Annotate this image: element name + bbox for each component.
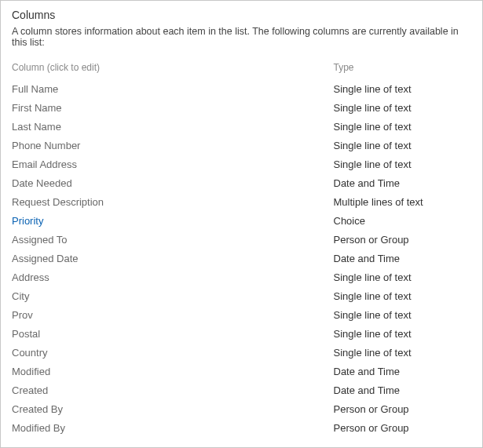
column-type-cell: Single line of text <box>334 79 472 98</box>
table-row: First NameSingle line of text <box>12 98 471 117</box>
column-type-cell: Single line of text <box>334 117 472 136</box>
column-type-cell: Date and Time <box>334 249 472 268</box>
column-link[interactable]: Assigned Date <box>12 253 79 264</box>
columns-table: Column (click to edit) Type Full NameSin… <box>12 60 471 437</box>
column-link[interactable]: Modified By <box>12 422 65 434</box>
column-link[interactable]: Created By <box>12 403 63 415</box>
column-name-cell: Email Address <box>12 155 334 173</box>
column-name-cell: Created By <box>12 399 334 418</box>
column-link[interactable]: Priority <box>12 215 43 227</box>
table-row: Date NeededDate and Time <box>12 173 471 192</box>
column-name-cell: Phone Number <box>12 136 334 155</box>
column-link[interactable]: Assigned To <box>12 234 68 246</box>
table-row: ModifiedDate and Time <box>12 362 471 381</box>
column-type-cell: Single line of text <box>334 268 472 286</box>
column-name-cell: Full Name <box>12 79 334 98</box>
column-type-cell: Choice <box>334 211 472 230</box>
column-link[interactable]: Modified <box>12 366 50 377</box>
column-link[interactable]: Last Name <box>12 121 61 133</box>
column-link[interactable]: Country <box>12 347 48 359</box>
column-link[interactable]: City <box>12 290 29 302</box>
column-type-cell: Single line of text <box>334 305 472 324</box>
column-type-cell: Person or Group <box>334 399 472 418</box>
column-type-cell: Single line of text <box>334 343 472 362</box>
column-name-cell: Country <box>12 343 334 362</box>
table-row: CitySingle line of text <box>12 286 471 305</box>
column-type-cell: Person or Group <box>334 230 472 249</box>
header-type: Type <box>334 60 472 79</box>
column-link[interactable]: Date Needed <box>12 177 72 189</box>
column-name-cell: Address <box>12 268 334 286</box>
column-name-cell: Assigned Date <box>12 249 334 268</box>
column-type-cell: Date and Time <box>334 381 472 399</box>
column-type-cell: Person or Group <box>334 418 472 437</box>
section-title: Columns <box>12 9 471 21</box>
column-type-cell: Single line of text <box>334 324 472 343</box>
column-link[interactable]: Full Name <box>12 83 58 95</box>
column-name-cell: Request Description <box>12 192 334 211</box>
column-link[interactable]: Created <box>12 384 48 396</box>
table-row: Modified ByPerson or Group <box>12 418 471 437</box>
column-name-cell: Prov <box>12 305 334 324</box>
table-row: Created ByPerson or Group <box>12 399 471 418</box>
column-name-cell: Last Name <box>12 117 334 136</box>
column-name-cell: Date Needed <box>12 173 334 192</box>
table-row: PostalSingle line of text <box>12 324 471 343</box>
column-name-cell: Modified <box>12 362 334 381</box>
table-row: Full NameSingle line of text <box>12 79 471 98</box>
column-type-cell: Date and Time <box>334 362 472 381</box>
table-row: CreatedDate and Time <box>12 381 471 399</box>
header-column: Column (click to edit) <box>12 60 334 79</box>
column-link[interactable]: First Name <box>12 102 62 114</box>
column-type-cell: Single line of text <box>334 155 472 173</box>
column-link[interactable]: Prov <box>12 309 33 321</box>
table-row: Email AddressSingle line of text <box>12 155 471 173</box>
column-name-cell: City <box>12 286 334 305</box>
column-link[interactable]: Email Address <box>12 158 77 170</box>
column-type-cell: Date and Time <box>334 173 472 192</box>
column-name-cell: Priority <box>12 211 334 230</box>
table-row: ProvSingle line of text <box>12 305 471 324</box>
column-link[interactable]: Phone Number <box>12 140 80 151</box>
column-type-cell: Single line of text <box>334 98 472 117</box>
table-row: Last NameSingle line of text <box>12 117 471 136</box>
table-row: AddressSingle line of text <box>12 268 471 286</box>
table-row: CountrySingle line of text <box>12 343 471 362</box>
table-row: Assigned DateDate and Time <box>12 249 471 268</box>
columns-panel: Columns A column stores information abou… <box>0 0 483 448</box>
column-name-cell: Postal <box>12 324 334 343</box>
columns-header-row: Column (click to edit) Type <box>12 60 471 79</box>
column-type-cell: Single line of text <box>334 286 472 305</box>
table-row: Request DescriptionMultiple lines of tex… <box>12 192 471 211</box>
column-name-cell: Modified By <box>12 418 334 437</box>
column-type-cell: Single line of text <box>334 136 472 155</box>
table-row: Assigned ToPerson or Group <box>12 230 471 249</box>
column-name-cell: First Name <box>12 98 334 117</box>
table-row: PriorityChoice <box>12 211 471 230</box>
column-link[interactable]: Address <box>12 271 49 283</box>
column-name-cell: Created <box>12 381 334 399</box>
column-link[interactable]: Postal <box>12 328 40 340</box>
table-row: Phone NumberSingle line of text <box>12 136 471 155</box>
column-link[interactable]: Request Description <box>12 196 104 208</box>
column-name-cell: Assigned To <box>12 230 334 249</box>
column-type-cell: Multiple lines of text <box>334 192 472 211</box>
section-description: A column stores information about each i… <box>12 26 471 48</box>
